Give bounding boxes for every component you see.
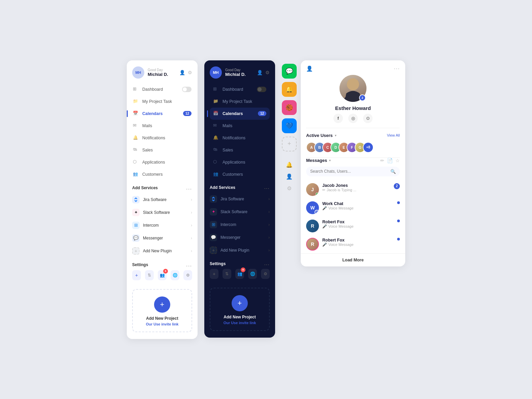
chat-item-robertfox2[interactable]: R Robert Fox 🎤 Voice Message [306, 235, 400, 253]
mid-nav-dashboard[interactable]: ⊞ Dashboard [210, 83, 270, 95]
chat-item-workchat[interactable]: W 2 Work Chat 🎤 Voice Message [306, 199, 400, 217]
edit-icon[interactable]: ✏ [380, 158, 384, 163]
service-slack[interactable]: ✦ Slack Software › [127, 206, 198, 219]
chat-content-jacob: Jacob Jones ✏ Jacob is Typing ... [322, 183, 390, 192]
mid-more-dots[interactable]: ... [264, 185, 270, 190]
settings-dots[interactable]: ... [186, 262, 192, 267]
nav-item-dashboard[interactable]: ⊞ Dashboard [129, 83, 195, 95]
mid-invite-link[interactable]: invite link [239, 321, 256, 325]
mid-nav-calendars[interactable]: 📅 Calendars 12 [210, 108, 270, 120]
mid-add-btn[interactable]: + [210, 269, 218, 279]
mail-icon: ✉ [133, 123, 139, 129]
nav-label: Applications [142, 160, 165, 165]
service-intercom[interactable]: ⊞ Intercom › [127, 219, 198, 232]
mid-nav-applications[interactable]: ⬡ Applications [210, 156, 270, 168]
mid-add-project-button[interactable]: + [232, 295, 248, 311]
add-settings-btn[interactable]: + [132, 270, 141, 280]
nav-item-notifications[interactable]: 🔔 Notifications [129, 132, 195, 144]
mid-service-jira[interactable]: Jira Software › [204, 193, 275, 205]
bell-sidebar-icon[interactable]: 🔔 [286, 162, 293, 168]
profile-card: 👤 ··· [301, 60, 405, 266]
more-dots[interactable]: ... [186, 185, 192, 191]
more-options-icon[interactable]: ··· [394, 65, 400, 72]
app-icon-messenger[interactable]: 💙 [282, 118, 297, 133]
gear-settings-btn[interactable]: ⚙ [183, 270, 192, 280]
mid-service-label: Slack Software [220, 209, 247, 214]
mid-sort-btn[interactable]: ⇅ [223, 269, 231, 279]
mic-icon: 🎤 [322, 206, 327, 210]
search-input[interactable] [310, 169, 388, 174]
mid-gear-btn[interactable]: ⚙ [261, 269, 270, 279]
globe-settings-btn[interactable]: 🌐 [171, 270, 179, 280]
user-sidebar-icon[interactable]: 👤 [286, 173, 293, 180]
user-icon[interactable]: 👤 [179, 70, 185, 75]
instagram-icon: ◎ [351, 116, 355, 121]
mid-dashboard-toggle[interactable] [257, 87, 266, 92]
add-services-label: Add Services [132, 186, 158, 190]
service-add-new[interactable]: + Add New Plugin › [127, 245, 198, 257]
add-project-button[interactable]: + [154, 296, 170, 313]
add-project-label: Add New Project [146, 316, 178, 321]
plus-icon-lg: + [238, 299, 242, 308]
mid-service-intercom[interactable]: ⊞ Intercom › [204, 218, 275, 231]
greeting: Good Day [148, 68, 176, 72]
mid-nav-mails[interactable]: ✉ Mails [210, 120, 270, 132]
mid-globe-btn[interactable]: 🌐 [248, 269, 257, 279]
nav-item-sales[interactable]: 🛍 Sales [129, 144, 195, 156]
unread-badge: 2 [394, 183, 400, 189]
gear-sidebar-icon[interactable]: ⚙ [287, 185, 292, 192]
mid-service-messenger[interactable]: 💬 Messenger › [204, 231, 275, 244]
sort-settings-btn[interactable]: ⇅ [145, 270, 154, 280]
load-more-button[interactable]: Load More [301, 253, 405, 266]
gear-icon-dark[interactable]: ⚙ [265, 70, 270, 75]
github-button[interactable]: ⊙ [363, 114, 373, 123]
facebook-button[interactable]: f [333, 114, 343, 123]
add-app-button[interactable]: + [282, 137, 297, 151]
mid-service-add-new[interactable]: + Add New Plugin › [204, 244, 275, 257]
app-icon-line[interactable]: 💬 [282, 64, 297, 79]
user-icon-dark[interactable]: 👤 [257, 70, 263, 75]
service-messenger[interactable]: 💬 Messenger › [127, 232, 198, 245]
invite-link[interactable]: invite link [161, 322, 179, 326]
nav-label: Dashboard [223, 87, 243, 92]
nav-item-calendars[interactable]: 📅 Calendars 12 [129, 108, 195, 120]
user-icon-header[interactable]: 👤 [306, 65, 313, 72]
mid-header-text: Good Day Michial D. [225, 68, 254, 77]
chat-content-robert2: Robert Fox 🎤 Voice Message [322, 238, 394, 247]
active-users-left: Active Users ▾ [306, 133, 336, 138]
mid-nav-sales[interactable]: 🛍 Sales [210, 144, 270, 156]
chat-preview: 🎤 Voice Message [322, 206, 394, 210]
view-all-button[interactable]: View All [387, 133, 400, 137]
nav-label: Sales [223, 148, 233, 152]
app-icon-slack[interactable]: 🔔 [282, 82, 297, 97]
bell-icon: 🔔 [133, 135, 139, 141]
mid-nav-customers[interactable]: 👥 Customers [210, 168, 270, 180]
mid-nav-project[interactable]: 📁 My Project Task [210, 95, 270, 108]
instagram-button[interactable]: ◎ [348, 114, 358, 123]
mid-service-slack[interactable]: ✦ Slack Software › [204, 205, 275, 218]
chat-name: Jacob Jones [322, 183, 390, 188]
settings-icons-row: + ⇅ 👥 8 🌐 ⚙ [132, 270, 192, 280]
nav-label: Calendars [142, 111, 162, 116]
globe-icon: 🌐 [173, 273, 178, 278]
nav-item-mails[interactable]: ✉ Mails [129, 120, 195, 132]
nav-item-applications[interactable]: ⬡ Applications [129, 156, 195, 168]
star-icon[interactable]: ☆ [395, 158, 400, 163]
chevron-right-icon: › [191, 223, 192, 228]
app-icon-dribbble[interactable]: 🏀 [282, 100, 297, 115]
chat-preview: ✏ Jacob is Typing ... [322, 188, 390, 192]
gear-icon[interactable]: ⚙ [188, 70, 192, 75]
dashboard-toggle[interactable] [182, 87, 191, 92]
service-jira[interactable]: Jira Software › [127, 193, 198, 206]
mid-users-btn[interactable]: 👥 8 [235, 269, 244, 279]
user-name: Michial D. [148, 72, 176, 77]
users-settings-btn[interactable]: 👥 8 [158, 270, 167, 280]
nav-item-project[interactable]: 📁 My Project Task [129, 95, 195, 108]
chat-item-jacob[interactable]: J Jacob Jones ✏ Jacob is Typing ... 2 [306, 180, 400, 199]
nav-item-customers[interactable]: 👥 Customers [129, 168, 195, 180]
chat-item-robertfox1[interactable]: R Robert Fox 🎤 Voice Message [306, 217, 400, 235]
mid-nav-notifications[interactable]: 🔔 Notifications [210, 132, 270, 144]
document-icon[interactable]: 📄 [387, 158, 393, 163]
users-icon: 👥 [213, 171, 219, 177]
mid-settings-dots[interactable]: ... [264, 261, 270, 266]
